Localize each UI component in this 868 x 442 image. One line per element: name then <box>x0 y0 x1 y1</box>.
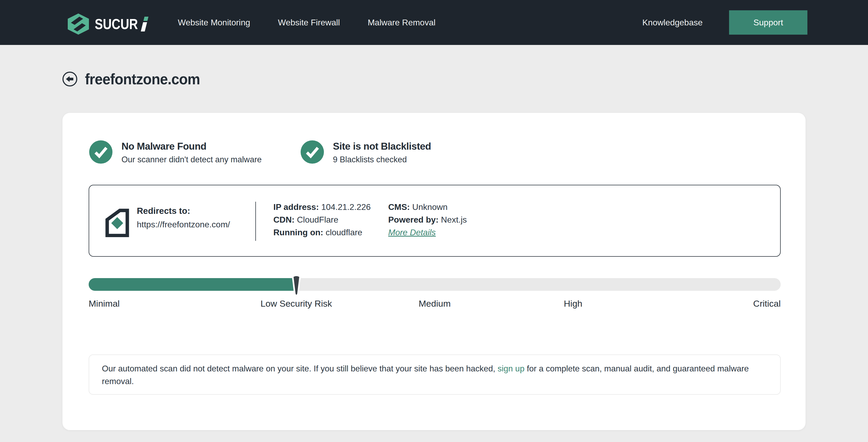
cms-value: Unknown <box>412 202 447 212</box>
logo-text: SUCUR <box>95 13 138 35</box>
risk-scale-labels: Minimal Low Security Risk Medium High Cr… <box>89 299 781 310</box>
powered-by-value: Next.js <box>441 215 467 225</box>
details-column-software: CMS:Unknown Powered by:Next.js More Deta… <box>388 201 467 239</box>
check-circle-icon <box>89 140 113 164</box>
document-icon <box>105 209 129 237</box>
cdn-value: CloudFlare <box>297 215 338 225</box>
redirects-label: Redirects to: <box>137 206 230 216</box>
nav-right-group: Knowledgebase Support <box>642 0 807 45</box>
title-row: freefontzone.com <box>62 70 209 88</box>
scan-result-card: No Malware Found Our scanner didn't dete… <box>62 113 806 430</box>
check-not-blacklisted: Site is not Blacklisted 9 Blacklists che… <box>301 140 431 164</box>
vertical-divider <box>255 202 256 241</box>
nav-item-knowledgebase[interactable]: Knowledgebase <box>642 18 703 28</box>
page-title: freefontzone.com <box>85 70 200 88</box>
running-on-label: Running on: <box>273 228 323 237</box>
redirect-block: Redirects to: https://freefontzone.com/ <box>137 206 230 230</box>
details-column-network: IP address:104.21.2.226 CDN:CloudFlare R… <box>273 201 371 239</box>
scan-note-box: Our automated scan did not detect malwar… <box>89 354 781 395</box>
risk-label-medium: Medium <box>418 299 451 309</box>
security-risk-bar <box>89 278 781 291</box>
redirects-value: https://freefontzone.com/ <box>137 220 230 230</box>
risk-label-low: Low Security Risk <box>260 299 332 309</box>
more-details-link[interactable]: More Details <box>388 228 436 237</box>
sucuri-wordmark: SUCUR <box>95 13 147 35</box>
check-circle-icon <box>301 140 324 164</box>
site-details-box: Redirects to: https://freefontzone.com/ … <box>89 185 781 257</box>
risk-label-minimal: Minimal <box>89 299 120 309</box>
check-title: Site is not Blacklisted <box>333 141 431 152</box>
nav-item-website-firewall[interactable]: Website Firewall <box>278 18 340 28</box>
scan-note-text: Our automated scan did not detect malwar… <box>102 362 758 387</box>
note-text-before: Our automated scan did not detect malwar… <box>102 364 497 373</box>
nav-item-website-monitoring[interactable]: Website Monitoring <box>178 18 250 28</box>
powered-by-label: Powered by: <box>388 215 438 225</box>
check-subtitle: Our scanner didn't detect any malware <box>121 155 262 164</box>
support-button[interactable]: Support <box>729 10 807 35</box>
ip-address-value: 104.21.2.226 <box>321 202 371 212</box>
risk-bar-fill <box>89 278 297 291</box>
ip-address-label: IP address: <box>273 202 319 212</box>
sucuri-hexagon-icon <box>66 13 91 35</box>
sign-up-link[interactable]: sign up <box>497 364 525 373</box>
top-navbar: SUCUR Website Monitoring Website Firewal… <box>0 0 868 45</box>
logo-i-glyph <box>141 16 149 31</box>
risk-label-critical: Critical <box>753 299 781 309</box>
cms-label: CMS: <box>388 202 410 212</box>
check-no-malware: No Malware Found Our scanner didn't dete… <box>89 140 262 164</box>
check-subtitle: 9 Blacklists checked <box>333 155 431 164</box>
check-title: No Malware Found <box>121 141 262 152</box>
running-on-value: cloudflare <box>326 228 362 237</box>
nav-item-malware-removal[interactable]: Malware Removal <box>368 18 435 28</box>
risk-label-high: High <box>564 299 583 309</box>
back-arrow-icon[interactable] <box>62 71 78 87</box>
nav-links: Website Monitoring Website Firewall Malw… <box>178 0 436 45</box>
sucuri-logo[interactable]: SUCUR <box>66 13 147 35</box>
cdn-label: CDN: <box>273 215 294 225</box>
risk-marker-icon <box>289 274 303 299</box>
